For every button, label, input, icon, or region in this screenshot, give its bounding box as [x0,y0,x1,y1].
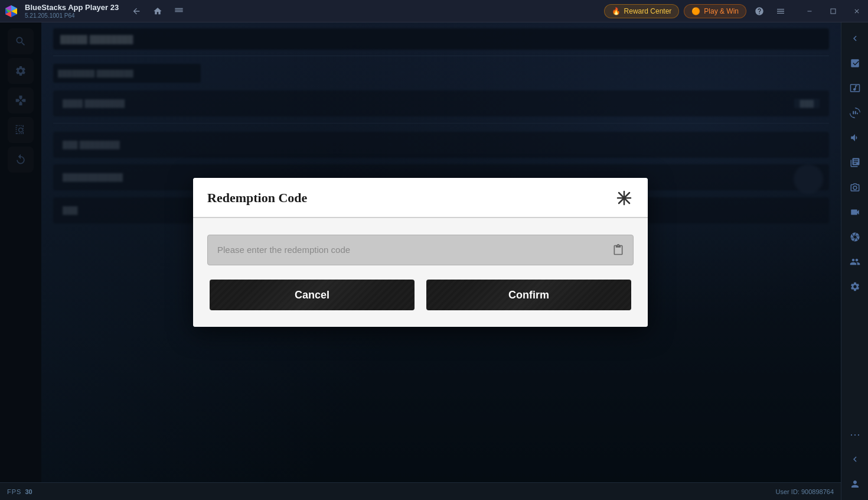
sidebar-settings-icon[interactable] [844,275,866,298]
help-button[interactable] [751,3,768,20]
dialog-overlay: Redemption Code [0,22,841,482]
home-button[interactable] [149,3,166,20]
close-button[interactable] [846,0,868,22]
dialog-close-button[interactable] [615,189,634,207]
sidebar-arrow-collapse-icon[interactable] [844,448,866,470]
window-controls [798,0,868,22]
sidebar-arrow-left-icon[interactable] [844,27,866,50]
sidebar-person-icon[interactable] [844,473,866,495]
sidebar-record-icon[interactable] [844,201,866,223]
menu-button[interactable] [772,3,789,20]
titlebar-actions: 🔥 Reward Center 🟠 Play & Win [604,3,789,20]
play-win-button[interactable]: 🟠 Play & Win [684,4,746,18]
sidebar-expand-icon[interactable] [844,52,866,74]
app-logo [0,0,22,22]
main-content: █████ ████████ ████████ ████████ ████ ██… [0,22,841,482]
reward-center-button[interactable]: 🔥 Reward Center [604,4,680,18]
right-sidebar: ⋯ [841,22,868,500]
sidebar-screenshot-icon[interactable] [844,176,866,199]
back-button[interactable] [128,3,145,20]
dialog-body: Cancel Confirm [193,218,648,327]
multi-instance-button[interactable] [171,3,187,20]
bottombar: FPS 30 User ID: 900898764 [0,482,841,500]
app-version: 5.21.205.1001 P64 [25,12,119,19]
coin-icon: 🟠 [691,7,700,15]
dialog-title: Redemption Code [207,190,307,206]
dialog-header: Redemption Code [193,178,648,218]
cancel-button[interactable]: Cancel [210,280,415,310]
paste-icon[interactable] [610,242,626,258]
reward-center-label: Reward Center [624,7,672,15]
sidebar-gamepad2-icon[interactable] [844,251,866,273]
minimize-button[interactable] [798,0,821,22]
sidebar-camera2-icon[interactable] [844,226,866,248]
redemption-code-dialog: Redemption Code [193,178,648,327]
bluestacks-logo-icon [4,4,18,18]
sidebar-dots-icon[interactable]: ⋯ [844,423,866,446]
redemption-code-input[interactable] [207,235,634,265]
app-info: BlueStacks App Player 23 5.21.205.1001 P… [25,3,119,19]
nav-controls [128,3,187,20]
sidebar-library-icon[interactable] [844,151,866,174]
fps-label: FPS [7,488,21,495]
close-x-icon [616,190,632,206]
flame-icon: 🔥 [612,7,621,15]
code-input-wrapper [207,235,634,265]
titlebar: BlueStacks App Player 23 5.21.205.1001 P… [0,0,868,22]
dialog-buttons: Cancel Confirm [207,280,634,310]
fps-value: 30 [25,488,32,495]
confirm-button[interactable]: Confirm [426,280,631,310]
play-win-label: Play & Win [704,7,739,15]
sidebar-screen-icon[interactable] [844,77,866,99]
sidebar-rotate-icon[interactable] [844,102,866,124]
user-id: User ID: 900898764 [776,488,834,495]
sidebar-volume-icon[interactable] [844,126,866,149]
app-name: BlueStacks App Player 23 [25,3,119,12]
maximize-button[interactable] [822,0,844,22]
